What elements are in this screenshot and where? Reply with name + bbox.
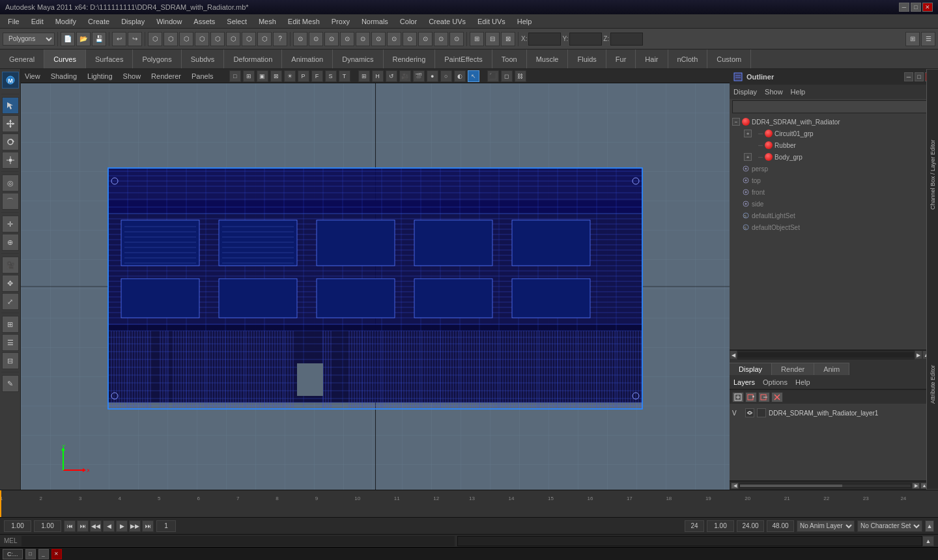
toolbar-btn-save[interactable]: 💾 <box>92 32 106 46</box>
outliner-minimize-btn[interactable]: ─ <box>904 72 913 81</box>
frame-start-input[interactable] <box>34 520 61 532</box>
toolbar-btn-channel[interactable]: ☰ <box>921 32 935 46</box>
char-set-select[interactable]: No Character Set <box>857 520 922 532</box>
toolbar-btn-b[interactable]: ⊙ <box>309 32 323 46</box>
tree-item-bodygrp[interactable]: + ─ Body_grp <box>730 151 938 163</box>
toolbar-btn-2[interactable]: ⬡ <box>163 32 178 46</box>
toolbar-btn-6[interactable]: ⬡ <box>226 32 240 46</box>
menu-file[interactable]: File <box>3 16 25 27</box>
toolbar-btn-redo[interactable]: ↪ <box>128 32 142 46</box>
move-tool-btn[interactable] <box>2 115 19 132</box>
vp-icon-camera1[interactable]: 🎥 <box>399 70 411 82</box>
outliner-search-input[interactable] <box>735 104 932 111</box>
vp-icon-wireframe[interactable]: ⊞ <box>243 70 255 82</box>
vp-icon-cursor[interactable]: ↖ <box>468 70 479 82</box>
playback-settings-btn[interactable]: ▲ <box>925 520 934 532</box>
scale-tool-btn[interactable] <box>2 152 19 169</box>
layer-tab-render[interactable]: Render <box>772 363 814 375</box>
layer-delete-btn[interactable] <box>771 392 783 402</box>
shelf-tab-dynamics[interactable]: Dynamics <box>333 49 383 68</box>
outliner-menu-help[interactable]: Help <box>791 88 806 96</box>
layer-tab-display[interactable]: Display <box>730 363 772 375</box>
shelf-tab-rendering[interactable]: Rendering <box>384 49 436 68</box>
shelf-tab-subdvs[interactable]: Subdvs <box>182 49 225 68</box>
vp-icon-light2[interactable]: ○ <box>440 70 452 82</box>
outliner-hscroll-right[interactable]: ▶ <box>915 350 922 359</box>
shelf-tab-polygons[interactable]: Polygons <box>133 49 181 68</box>
layer-subtab-help[interactable]: Help <box>795 378 810 386</box>
vp-icon-cube[interactable]: ⬛ <box>487 70 499 82</box>
layer-subtab-options[interactable]: Options <box>763 378 788 386</box>
toolbar-btn-snap3[interactable]: ⊠ <box>501 32 515 46</box>
shelf-tab-toon[interactable]: Toon <box>492 49 527 68</box>
range-end-input[interactable] <box>737 520 764 532</box>
toolbar-btn-f[interactable]: ⊙ <box>371 32 386 46</box>
taskbar-btn-2[interactable]: _ <box>38 549 49 559</box>
menu-edit[interactable]: Edit <box>26 16 49 27</box>
toolbar-btn-i[interactable]: ⊙ <box>418 32 433 46</box>
toolbar-btn-snap2[interactable]: ⊟ <box>485 32 500 46</box>
tree-item-rubber[interactable]: ─ Rubber <box>730 139 938 151</box>
shelf-tab-custom[interactable]: Custom <box>707 49 751 68</box>
namespace-btn[interactable]: ⊟ <box>2 352 19 369</box>
lasso-btn[interactable]: ⌒ <box>2 193 19 210</box>
shelf-tab-fur[interactable]: Fur <box>606 49 636 68</box>
layer-new-btn[interactable] <box>732 392 744 402</box>
main-viewport[interactable]: X Y <box>21 83 730 490</box>
toolbar-btn-j[interactable]: ⊙ <box>434 32 448 46</box>
tree-item-front[interactable]: front <box>730 186 938 198</box>
vp-icon-light3[interactable]: ◐ <box>454 70 466 82</box>
toolbar-btn-4[interactable]: ⬡ <box>195 32 209 46</box>
tree-item-objset[interactable]: S defaultObjectSet <box>730 221 938 233</box>
vp-icon-fog[interactable]: F <box>311 70 323 82</box>
shelf-tab-fluids[interactable]: Fluids <box>568 49 606 68</box>
vp-icon-texture[interactable]: ⊠ <box>270 70 282 82</box>
z-input[interactable] <box>610 33 643 46</box>
layer-subtab-layers[interactable]: Layers <box>733 378 755 386</box>
shelf-tab-hair[interactable]: Hair <box>636 49 668 68</box>
attribute-editor-label[interactable]: Attribute Editor <box>927 279 938 490</box>
menu-edit-uvs[interactable]: Edit UVs <box>472 16 511 27</box>
pb-step-back[interactable]: ⏭ <box>77 520 89 532</box>
menu-create-uvs[interactable]: Create UVs <box>423 16 471 27</box>
vp-icon-cameras[interactable]: P <box>298 70 309 82</box>
tree-item-side[interactable]: side <box>730 198 938 210</box>
shelf-tab-general[interactable]: General <box>0 49 44 68</box>
shelf-tab-painteffects[interactable]: PaintEffects <box>435 49 492 68</box>
shelf-tab-muscle[interactable]: Muscle <box>527 49 569 68</box>
pb-go-end[interactable]: ⏭ <box>142 520 154 532</box>
vp-icon-camera2[interactable]: 🎬 <box>413 70 425 82</box>
toolbar-btn-1[interactable]: ⬡ <box>148 32 162 46</box>
shelf-tab-curves[interactable]: Curves <box>44 49 86 68</box>
layer-new-from-selected-btn[interactable] <box>745 392 757 402</box>
toolbar-btn-3[interactable]: ⬡ <box>179 32 193 46</box>
toolbar-btn-snap1[interactable]: ⊞ <box>470 32 484 46</box>
toolbar-btn-d[interactable]: ⊙ <box>340 32 354 46</box>
menu-help[interactable]: Help <box>512 16 537 27</box>
vp-icon-lighting[interactable]: ☀ <box>284 70 296 82</box>
shelf-tab-animation[interactable]: Animation <box>282 49 333 68</box>
menu-modify[interactable]: Modify <box>50 16 81 27</box>
menu-create[interactable]: Create <box>83 16 115 27</box>
toolbar-btn-e[interactable]: ⊙ <box>356 32 370 46</box>
menu-select[interactable]: Select <box>221 16 252 27</box>
vp-icon-select-by-component[interactable]: □ <box>229 70 241 82</box>
layer-hscroll-right[interactable]: ▶ <box>912 483 920 489</box>
camera-tumble-btn[interactable]: 🎥 <box>2 257 19 273</box>
toolbar-btn-c[interactable]: ⊙ <box>324 32 339 46</box>
layer-row-ddr4[interactable]: V DDR4_SDRAM_with_Radiator_layer1 <box>732 406 935 419</box>
cmdline-input[interactable] <box>21 536 455 546</box>
tree-item-top[interactable]: top <box>730 175 938 186</box>
anim-layer-select[interactable]: No Anim Layer <box>797 520 855 532</box>
tree-expander-circuit[interactable]: + <box>744 130 752 137</box>
range-start-input[interactable] <box>707 520 734 532</box>
menu-edit-mesh[interactable]: Edit Mesh <box>283 16 325 27</box>
menu-normals[interactable]: Normals <box>356 16 393 27</box>
outliner-menu-display[interactable]: Display <box>733 88 757 96</box>
outliner-menu-show[interactable]: Show <box>765 88 783 96</box>
frame-current-input[interactable] <box>4 520 31 532</box>
toolbar-btn-h[interactable]: ⊙ <box>403 32 417 46</box>
toolbar-btn-7[interactable]: ⬡ <box>242 32 256 46</box>
frame-number-input[interactable] <box>156 520 176 532</box>
camera-track-btn[interactable]: ✥ <box>2 275 19 292</box>
